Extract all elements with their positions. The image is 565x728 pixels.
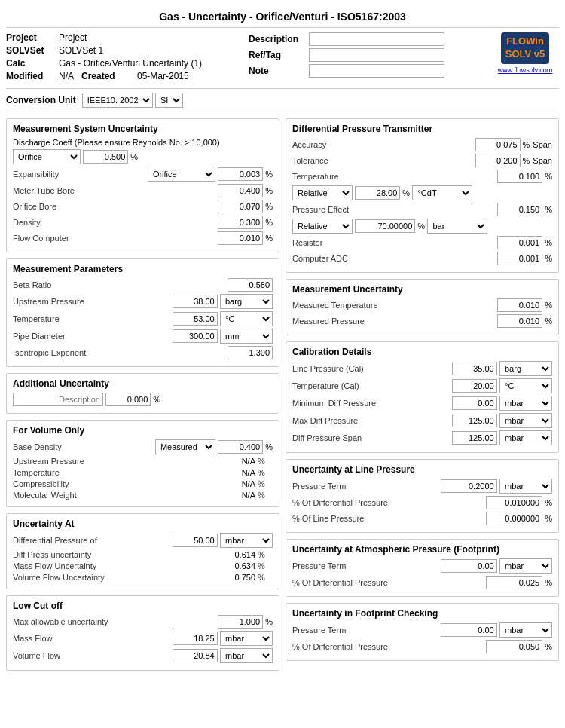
diff-pressure-of-input[interactable]: 50.00 bbox=[173, 534, 218, 547]
flow-computer-label: Flow Computer bbox=[13, 234, 218, 243]
pressure-effect-input[interactable]: 0.150 bbox=[497, 203, 542, 216]
temperature-input[interactable]: 53.00 bbox=[173, 312, 218, 326]
flow-computer-row: Flow Computer 0.010 % bbox=[13, 231, 273, 245]
density-unit: % bbox=[265, 218, 273, 227]
reftag-input[interactable] bbox=[309, 48, 444, 62]
beta-ratio-input[interactable]: 0.580 bbox=[228, 278, 273, 292]
max-diff-pressure-input[interactable]: 125.00 bbox=[452, 414, 497, 427]
max-allowable-input[interactable]: 1.000 bbox=[218, 615, 263, 629]
accuracy-pct: % bbox=[523, 140, 530, 149]
relative1-select[interactable]: Relative bbox=[292, 185, 353, 200]
relative2-input[interactable]: 70.00000 bbox=[355, 219, 415, 233]
uncertainty-atmospheric-section: Uncertainty at Atmospheric Pressure (Foo… bbox=[286, 539, 559, 597]
diff-pressure-of-unit-select[interactable]: mbar bbox=[220, 533, 273, 548]
pipe-diameter-row: Pipe Diameter 300.00 mm bbox=[13, 329, 273, 344]
line-pressure-cal-input[interactable]: 35.00 bbox=[452, 362, 497, 375]
relative2-pct: % bbox=[417, 222, 425, 231]
temperature-cal-row: Temperature (Cal) 20.00 °C bbox=[292, 378, 552, 393]
lp-pct-diff-input[interactable]: 0.010000 bbox=[486, 496, 542, 509]
mass-flow-uncertainty-row: Mass Flow Uncertainty 0.634 % bbox=[13, 561, 273, 570]
pipe-diameter-input[interactable]: 300.00 bbox=[173, 329, 218, 343]
resistor-input[interactable]: 0.001 bbox=[497, 236, 542, 249]
note-input[interactable] bbox=[309, 64, 444, 78]
volume-flow-uncertainty-row: Volume Flow Uncertainty 0.750 % bbox=[13, 573, 273, 582]
upstream-pressure-input[interactable]: 38.00 bbox=[173, 295, 218, 308]
expansibility-value-input[interactable]: 0.003 bbox=[218, 167, 263, 181]
base-density-type-select[interactable]: Measured bbox=[155, 439, 215, 454]
additional-desc-input[interactable] bbox=[13, 393, 103, 406]
upstream-pressure-unit-select[interactable]: barg bbox=[220, 294, 273, 309]
atm-pressure-term-input[interactable]: 0.00 bbox=[441, 559, 497, 573]
description-label: Description bbox=[249, 34, 309, 44]
dpt-temperature-input[interactable]: 0.100 bbox=[497, 170, 542, 183]
additional-value-input[interactable]: 0.000 bbox=[105, 393, 151, 406]
measured-temp-input[interactable]: 0.010 bbox=[497, 298, 542, 312]
atm-pct-diff-input[interactable]: 0.025 bbox=[486, 576, 542, 589]
lp-pressure-term-input[interactable]: 0.2000 bbox=[441, 479, 497, 493]
temperature-cal-input[interactable]: 20.00 bbox=[452, 379, 497, 393]
relative2-unit-select[interactable]: bar bbox=[427, 219, 487, 234]
header-left: Project Project SOLVSet SOLVSet 1 Calc G… bbox=[6, 32, 249, 84]
conversion-row: Conversion Unit IEEE10: 2002 SI bbox=[6, 88, 559, 112]
discharge-type-select[interactable]: Orifice bbox=[13, 149, 81, 164]
header-section: Project Project SOLVSet SOLVSet 1 Calc G… bbox=[6, 32, 559, 84]
conversion-unit2-select[interactable]: SI bbox=[155, 93, 183, 108]
relative1-unit-select[interactable]: °CdT bbox=[412, 185, 472, 200]
fp-pressure-term-input[interactable]: 0.00 bbox=[441, 623, 497, 637]
logo-url[interactable]: www.flowsolv.com bbox=[498, 66, 552, 74]
orifice-bore-input[interactable]: 0.070 bbox=[218, 200, 263, 213]
additional-desc-row: 0.000 % bbox=[13, 393, 273, 406]
additional-uncertainty-title: Additional Uncertainty bbox=[13, 378, 273, 389]
min-diff-pressure-unit-select[interactable]: mbar bbox=[499, 396, 552, 411]
expansibility-type-select[interactable]: Orifice bbox=[148, 167, 215, 182]
atm-pressure-term-row: Pressure Term 0.00 mbar bbox=[292, 558, 552, 574]
computer-adc-input[interactable]: 0.001 bbox=[497, 252, 542, 265]
flow-computer-input[interactable]: 0.010 bbox=[218, 231, 263, 245]
meter-tube-bore-input[interactable]: 0.400 bbox=[218, 184, 263, 197]
diff-pressure-span-input[interactable]: 125.00 bbox=[452, 431, 497, 445]
low-mass-flow-unit-select[interactable]: mbar bbox=[220, 631, 273, 646]
tolerance-input[interactable]: 0.200 bbox=[475, 154, 521, 167]
fp-pressure-term-unit-select[interactable]: mbar bbox=[499, 622, 552, 638]
tolerance-label: Tolerance bbox=[292, 156, 475, 165]
right-column: Differential Pressure Transmitter Accura… bbox=[286, 118, 559, 677]
conversion-unit1-select[interactable]: IEEE10: 2002 bbox=[82, 93, 153, 108]
additional-unit: % bbox=[153, 395, 160, 404]
temperature-unit-select[interactable]: °C bbox=[220, 311, 273, 326]
header-right: Description Ref/Tag Note bbox=[249, 32, 491, 84]
line-pressure-cal-unit-select[interactable]: barg bbox=[499, 361, 552, 376]
relative2-select[interactable]: Relative bbox=[292, 219, 353, 234]
measured-temp-row: Measured Temperature 0.010 % bbox=[292, 298, 552, 312]
isentropic-exp-input[interactable]: 1.300 bbox=[228, 346, 273, 359]
density-input[interactable]: 0.300 bbox=[218, 216, 263, 229]
solvset-label: SOLVSet bbox=[6, 45, 59, 56]
low-volume-flow-unit-select[interactable]: mbar bbox=[220, 648, 273, 663]
molecular-weight-label: Molecular Weight bbox=[13, 491, 242, 500]
measured-press-label: Measured Pressure bbox=[292, 317, 497, 326]
atm-pressure-term-unit-select[interactable]: mbar bbox=[499, 558, 552, 574]
measured-press-input[interactable]: 0.010 bbox=[497, 314, 542, 328]
beta-ratio-row: Beta Ratio 0.580 bbox=[13, 278, 273, 292]
pipe-diameter-unit-select[interactable]: mm bbox=[220, 329, 273, 344]
lp-pressure-term-label: Pressure Term bbox=[292, 482, 441, 491]
measurement-uncertainty-title: Measurement Uncertainty bbox=[292, 284, 552, 295]
low-mass-flow-row: Mass Flow 18.25 mbar bbox=[13, 631, 273, 646]
low-volume-flow-input[interactable]: 20.84 bbox=[173, 649, 218, 662]
diff-pressure-span-unit-select[interactable]: mbar bbox=[499, 430, 552, 445]
fp-pct-diff-input[interactable]: 0.050 bbox=[486, 640, 542, 653]
discharge-value-input[interactable]: 0.500 bbox=[83, 150, 128, 164]
lp-pct-line-input[interactable]: 0.000000 bbox=[486, 512, 542, 525]
description-input[interactable] bbox=[309, 32, 444, 46]
relative1-input[interactable]: 28.00 bbox=[355, 186, 400, 200]
density-label: Density bbox=[13, 218, 218, 227]
temperature-cal-unit-select[interactable]: °C bbox=[499, 378, 552, 393]
created-label: Created bbox=[81, 71, 134, 81]
lp-pressure-term-unit-select[interactable]: mbar bbox=[499, 479, 552, 494]
max-diff-pressure-unit-select[interactable]: mbar bbox=[499, 413, 552, 428]
min-diff-pressure-input[interactable]: 0.00 bbox=[452, 396, 497, 410]
low-volume-flow-label: Volume Flow bbox=[13, 651, 173, 660]
accuracy-input[interactable]: 0.075 bbox=[475, 138, 521, 151]
low-mass-flow-input[interactable]: 18.25 bbox=[173, 632, 218, 645]
base-density-input[interactable]: 0.400 bbox=[218, 440, 263, 454]
atm-pressure-term-label: Pressure Term bbox=[292, 561, 441, 570]
